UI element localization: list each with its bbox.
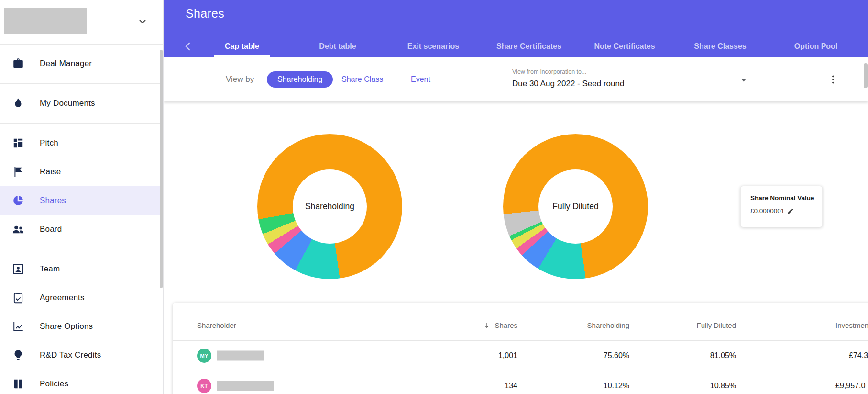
view-mode-event[interactable]: Event (411, 75, 430, 84)
sidebar-item-label: Share Options (40, 322, 93, 331)
select-underline (512, 94, 750, 94)
sidebar-item-deal-manager[interactable]: Deal Manager (0, 49, 163, 78)
cell-shareholding: 10.12% (558, 371, 629, 394)
sidebar-divider (0, 83, 163, 84)
sidebar-item-label: Agreements (40, 293, 85, 303)
column-label: Shares (494, 321, 517, 329)
briefcase-icon (12, 57, 24, 70)
sidebar-item-board[interactable]: Board (0, 215, 163, 244)
book-icon (12, 378, 24, 390)
chevron-down-icon[interactable] (137, 16, 148, 27)
sidebar-item-label: My Documents (40, 99, 95, 108)
nominal-value: £0.0000001 (750, 207, 784, 214)
column-header-investment: Investment (835, 310, 868, 340)
id-badge-icon (12, 263, 24, 275)
sidebar-item-pitch[interactable]: Pitch (0, 129, 163, 158)
sidebar-item-shares[interactable]: Shares (0, 186, 163, 215)
sidebar-item-label: Shares (40, 196, 66, 205)
column-label: Fully Diluted (696, 321, 736, 329)
sort-arrow-icon[interactable] (483, 322, 491, 329)
ink-drop-icon (12, 97, 24, 110)
sidebar: Deal ManagerMy DocumentsPitchRaiseShares… (0, 0, 164, 394)
sidebar-item-raise[interactable]: Raise (0, 158, 163, 186)
sidebar-item-share-options[interactable]: Share Options (0, 312, 163, 341)
column-header-fully-diluted: Fully Diluted (664, 310, 736, 340)
page-header: Shares Cap tableDebt tableExit scenarios… (164, 0, 868, 57)
sidebar-item-label: Team (40, 264, 60, 274)
tab-share-classes[interactable]: Share Classes (672, 36, 768, 57)
app-root: Deal ManagerMy DocumentsPitchRaiseShares… (0, 0, 868, 394)
column-label: Investment (835, 321, 868, 329)
shareholding-donut-chart: Shareholding (257, 134, 402, 279)
tab-note-certificates[interactable]: Note Certificates (577, 36, 672, 57)
sidebar-item-label: Policies (40, 379, 68, 389)
view-mode-shareholding[interactable]: Shareholding (267, 71, 333, 88)
sidebar-item-my-documents[interactable]: My Documents (0, 89, 163, 118)
table-header-row: ShareholderSharesShareholdingFully Dilut… (173, 303, 868, 341)
sidebar-item-policies[interactable]: Policies (0, 370, 163, 394)
sidebar-item-r-d-tax-credits[interactable]: R&D Tax Credits (0, 341, 163, 370)
people-icon (12, 223, 24, 236)
redacted-name (217, 351, 264, 361)
company-logo-redacted (4, 8, 87, 34)
period-select-value: Due 30 Aug 2022 - Seed round (512, 79, 624, 89)
tab-exit-scenarios[interactable]: Exit scenarios (385, 36, 481, 57)
cell-shares: 1,001 (446, 341, 517, 371)
nominal-value-title: Share Nominal Value (750, 194, 814, 202)
kebab-menu-icon[interactable] (827, 57, 839, 101)
column-header-shareholder: Shareholder (197, 310, 398, 340)
flag-icon (12, 166, 24, 178)
bar-chart-icon (12, 137, 24, 149)
column-header-shares: Shares (446, 310, 517, 340)
dropdown-arrow-icon[interactable] (738, 75, 749, 86)
sidebar-item-team[interactable]: Team (0, 255, 163, 283)
sidebar-scrollbar-thumb[interactable] (160, 50, 163, 288)
tab-label: Exit scenarios (407, 42, 460, 51)
sidebar-item-label: Board (40, 225, 62, 234)
tab-bar: Cap tableDebt tableExit scenariosShare C… (194, 36, 864, 57)
main-content: Shareholding Fully Diluted Share Nominal… (164, 101, 868, 394)
tab-debt-table[interactable]: Debt table (290, 36, 385, 57)
clipboard-check-icon (12, 292, 24, 304)
edit-pencil-icon[interactable] (787, 208, 794, 214)
tab-share-certificates[interactable]: Share Certificates (481, 36, 577, 57)
cell-shares: 134 (446, 371, 517, 394)
table-row[interactable]: KT13410.12%10.85%£9,957.0 (173, 371, 868, 394)
company-switcher[interactable] (0, 0, 163, 45)
column-header-shareholding: Shareholding (558, 310, 629, 340)
tab-option-pool[interactable]: Option Pool (768, 36, 864, 57)
view-toolbar: View by ShareholdingShare ClassEvent Vie… (164, 57, 868, 101)
chevron-left-icon[interactable] (182, 40, 194, 53)
sidebar-item-label: Deal Manager (40, 59, 92, 68)
cell-fully-diluted: 81.05% (664, 341, 736, 371)
redacted-name (217, 381, 274, 391)
fully-diluted-donut-chart: Fully Diluted (503, 134, 648, 279)
avatar: MY (197, 349, 211, 363)
page-scrollbar-thumb[interactable] (864, 63, 868, 88)
period-select[interactable]: View from incorporation to... Due 30 Aug… (512, 57, 750, 101)
column-label: Shareholding (587, 321, 629, 329)
tab-label: Option Pool (794, 42, 838, 51)
sidebar-divider (0, 249, 163, 249)
tab-label: Share Certificates (496, 42, 561, 51)
column-label: Shareholder (197, 321, 236, 329)
cell-investment: £9,957.0 (835, 371, 868, 394)
sidebar-menu: Deal ManagerMy DocumentsPitchRaiseShares… (0, 45, 163, 394)
tab-cap-table[interactable]: Cap table (194, 36, 290, 57)
tab-label: Debt table (319, 42, 356, 51)
sidebar-item-label: Raise (40, 167, 61, 177)
cell-shareholding: 75.60% (558, 341, 629, 371)
sidebar-item-agreements[interactable]: Agreements (0, 283, 163, 312)
view-by-label: View by (226, 57, 254, 101)
period-select-label: View from incorporation to... (512, 68, 586, 75)
table-row[interactable]: MY1,00175.60%81.05%£74.3 (173, 341, 868, 371)
share-nominal-value-card: Share Nominal Value £0.0000001 (740, 186, 823, 227)
donut-hole: Fully Diluted (538, 169, 613, 244)
tab-label: Cap table (225, 42, 259, 51)
shareholders-table-card: ShareholderSharesShareholdingFully Dilut… (173, 303, 868, 394)
view-mode-share-class[interactable]: Share Class (341, 75, 383, 84)
page-title: Shares (186, 7, 224, 21)
table-body: MY1,00175.60%81.05%£74.3KT13410.12%10.85… (173, 341, 868, 394)
tab-label: Share Classes (694, 42, 746, 51)
tab-label: Note Certificates (594, 42, 655, 51)
